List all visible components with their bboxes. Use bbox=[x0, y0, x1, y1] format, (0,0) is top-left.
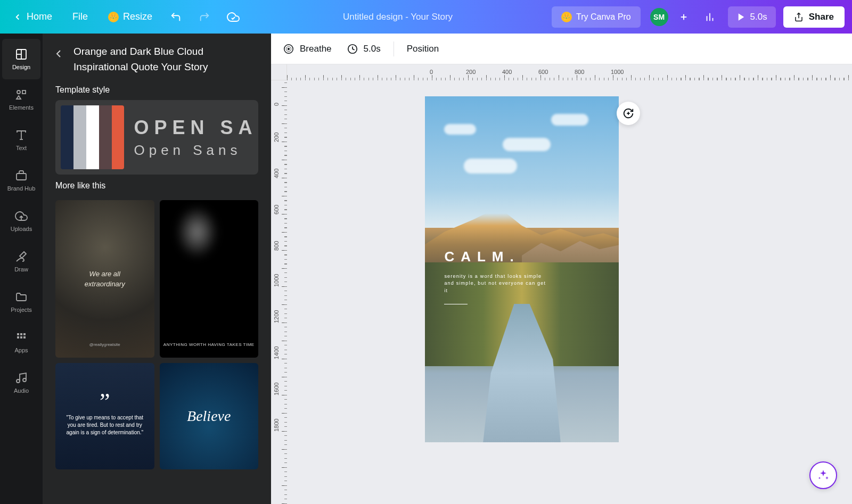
redo-button[interactable] bbox=[194, 6, 215, 28]
home-label: Home bbox=[27, 11, 52, 22]
ruler-horizontal: 0 200 400 600 800 1000 bbox=[287, 64, 852, 80]
swatch bbox=[86, 105, 99, 169]
swatch bbox=[112, 105, 125, 169]
animation-button[interactable]: Breathe bbox=[281, 40, 334, 58]
sidebar-item-projects[interactable]: Projects bbox=[2, 282, 40, 322]
bar-chart-icon bbox=[704, 11, 716, 23]
plus-icon bbox=[679, 12, 689, 22]
sidebar-rail: Design Elements Text Brand Hub Uploads D… bbox=[0, 34, 43, 504]
animation-icon bbox=[283, 43, 294, 55]
top-bar: Home File 👑 Resize 👑 Try Canva Pro SM 5.… bbox=[0, 0, 852, 34]
brand-icon bbox=[15, 169, 28, 182]
color-swatches bbox=[61, 105, 124, 169]
svg-point-22 bbox=[17, 379, 20, 383]
template-card[interactable]: We are allextraordinary @reallygreatsite bbox=[55, 200, 154, 358]
regenerate-button[interactable] bbox=[617, 102, 640, 125]
svg-point-26 bbox=[288, 48, 290, 49]
svg-rect-17 bbox=[20, 333, 22, 335]
duration-button[interactable]: 5.0s bbox=[345, 40, 383, 58]
template-card[interactable]: ANYTHING WORTH HAVING TAKES TIME bbox=[160, 200, 259, 358]
play-icon bbox=[736, 12, 746, 22]
editor-toolbar: Breathe 5.0s Position bbox=[271, 34, 852, 64]
sidebar-item-audio[interactable]: Audio bbox=[2, 362, 40, 403]
avatar[interactable]: SM bbox=[650, 8, 668, 26]
font-name: Open Sans bbox=[134, 142, 253, 159]
svg-rect-11 bbox=[22, 90, 26, 94]
design-canvas[interactable]: CALM. serenity is a word that looks simp… bbox=[425, 96, 619, 442]
font-display: OPEN SA bbox=[134, 117, 253, 139]
folder-icon bbox=[15, 291, 28, 303]
svg-point-10 bbox=[17, 90, 20, 94]
design-title-input[interactable] bbox=[323, 12, 472, 22]
sidebar-item-design[interactable]: Design bbox=[2, 39, 40, 79]
svg-marker-5 bbox=[738, 13, 744, 21]
resize-button[interactable]: 👑 Resize bbox=[103, 8, 158, 26]
sidebar-item-brand[interactable]: Brand Hub bbox=[2, 160, 40, 201]
svg-rect-16 bbox=[17, 333, 19, 335]
side-panel: Orange and Dark Blue Cloud Inspirational… bbox=[43, 34, 271, 504]
sidebar-item-elements[interactable]: Elements bbox=[2, 79, 40, 120]
sidebar-item-apps[interactable]: Apps bbox=[2, 322, 40, 362]
more-like-this-label: More like this bbox=[43, 175, 271, 196]
template-card[interactable]: ” "To give up means to accept that you a… bbox=[55, 363, 154, 469]
music-icon bbox=[15, 371, 28, 384]
shapes-icon bbox=[15, 88, 28, 101]
text-icon bbox=[15, 129, 28, 142]
redo-icon bbox=[199, 11, 210, 23]
template-style-card[interactable]: OPEN SA Open Sans bbox=[55, 100, 258, 175]
undo-icon bbox=[170, 11, 182, 23]
cloud-check-icon bbox=[227, 11, 240, 23]
file-menu[interactable]: File bbox=[65, 8, 95, 26]
svg-marker-12 bbox=[17, 96, 21, 99]
add-collaborator-button[interactable] bbox=[676, 9, 692, 25]
canvas-subtitle-text[interactable]: serenity is a word that looks simple and… bbox=[444, 273, 551, 295]
cloud-upload-icon bbox=[15, 210, 28, 222]
grid-icon bbox=[15, 331, 28, 344]
refresh-plus-icon bbox=[622, 108, 634, 119]
present-button[interactable]: 5.0s bbox=[728, 6, 776, 28]
canvas-title-text[interactable]: CALM. bbox=[444, 249, 520, 265]
assistant-fab[interactable] bbox=[809, 461, 837, 489]
svg-rect-21 bbox=[23, 336, 26, 338]
swatch bbox=[73, 105, 86, 169]
ruler-vertical: 0 200 400 600 800 1000 1200 1400 1600 18… bbox=[271, 80, 287, 504]
template-style-label: Template style bbox=[43, 79, 271, 100]
try-pro-button[interactable]: 👑 Try Canva Pro bbox=[552, 6, 641, 28]
position-button[interactable]: Position bbox=[405, 40, 441, 57]
home-button[interactable]: Home bbox=[7, 8, 58, 26]
chevron-left-icon bbox=[52, 47, 65, 60]
template-icon bbox=[15, 48, 28, 61]
svg-rect-15 bbox=[17, 173, 26, 180]
upload-icon bbox=[794, 12, 804, 22]
sparkle-icon bbox=[817, 469, 830, 482]
chevron-left-icon bbox=[13, 12, 22, 22]
clock-icon bbox=[347, 43, 358, 55]
sidebar-item-text[interactable]: Text bbox=[2, 120, 40, 160]
svg-rect-20 bbox=[20, 336, 22, 338]
back-button[interactable] bbox=[52, 47, 65, 60]
share-button[interactable]: Share bbox=[783, 6, 845, 28]
draw-icon bbox=[15, 250, 28, 263]
canvas-area: 0 200 400 600 800 1000 0 200 400 600 800… bbox=[271, 64, 852, 504]
crown-icon: 👑 bbox=[108, 12, 119, 22]
crown-icon: 👑 bbox=[561, 12, 572, 22]
svg-rect-18 bbox=[23, 333, 26, 335]
template-card[interactable]: Believe bbox=[160, 363, 259, 469]
ruler-corner bbox=[271, 64, 287, 80]
swatch bbox=[99, 105, 112, 169]
sidebar-item-uploads[interactable]: Uploads bbox=[2, 201, 40, 241]
swatch bbox=[61, 105, 73, 169]
template-title: Orange and Dark Blue Cloud Inspirational… bbox=[73, 44, 258, 75]
undo-button[interactable] bbox=[165, 6, 186, 28]
analytics-button[interactable] bbox=[699, 6, 720, 28]
cloud-sync-button[interactable] bbox=[223, 6, 244, 28]
sidebar-item-draw[interactable]: Draw bbox=[2, 241, 40, 282]
svg-rect-19 bbox=[17, 336, 19, 338]
svg-point-23 bbox=[23, 378, 26, 382]
